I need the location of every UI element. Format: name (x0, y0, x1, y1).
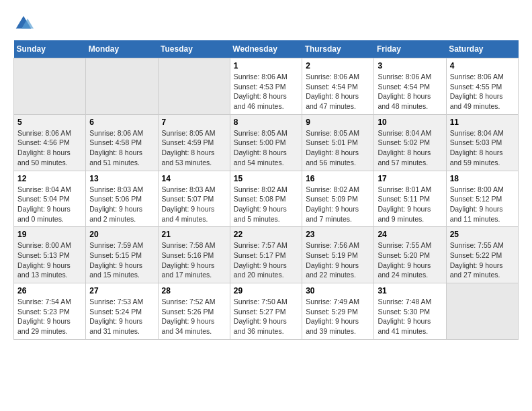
day-number: 1 (234, 61, 298, 71)
calendar-cell: 20Sunrise: 7:59 AM Sunset: 5:15 PM Dayli… (86, 227, 158, 283)
day-info: Sunrise: 8:03 AM Sunset: 5:07 PM Dayligh… (162, 185, 226, 224)
day-info: Sunrise: 7:55 AM Sunset: 5:20 PM Dayligh… (378, 240, 442, 280)
day-info: Sunrise: 7:52 AM Sunset: 5:26 PM Dayligh… (162, 297, 226, 336)
calendar-cell: 25Sunrise: 7:55 AM Sunset: 5:22 PM Dayli… (446, 227, 518, 283)
day-info: Sunrise: 8:06 AM Sunset: 4:55 PM Dayligh… (450, 72, 515, 111)
day-info: Sunrise: 7:55 AM Sunset: 5:22 PM Dayligh… (450, 240, 515, 280)
day-number: 21 (162, 230, 226, 239)
weekday-header: Sunday (14, 40, 86, 58)
day-number: 24 (378, 230, 442, 239)
calendar-cell: 29Sunrise: 7:50 AM Sunset: 5:27 PM Dayli… (230, 283, 302, 340)
calendar-cell: 18Sunrise: 8:00 AM Sunset: 5:12 PM Dayli… (446, 171, 518, 227)
logo (13, 13, 36, 34)
day-number: 31 (378, 286, 442, 295)
calendar-cell: 14Sunrise: 8:03 AM Sunset: 5:07 PM Dayli… (158, 171, 230, 227)
day-number: 22 (234, 230, 298, 239)
day-info: Sunrise: 8:04 AM Sunset: 5:04 PM Dayligh… (17, 185, 82, 224)
day-info: Sunrise: 8:00 AM Sunset: 5:12 PM Dayligh… (450, 185, 515, 224)
day-number: 8 (234, 118, 298, 127)
calendar-cell: 24Sunrise: 7:55 AM Sunset: 5:20 PM Dayli… (374, 227, 446, 283)
calendar-cell: 8Sunrise: 8:05 AM Sunset: 5:00 PM Daylig… (230, 114, 302, 171)
day-info: Sunrise: 8:02 AM Sunset: 5:08 PM Dayligh… (234, 185, 298, 224)
calendar-cell: 13Sunrise: 8:03 AM Sunset: 5:06 PM Dayli… (86, 171, 158, 227)
calendar-cell: 15Sunrise: 8:02 AM Sunset: 5:08 PM Dayli… (230, 171, 302, 227)
day-number: 28 (162, 286, 226, 295)
page-header (13, 13, 519, 34)
day-info: Sunrise: 8:05 AM Sunset: 5:00 PM Dayligh… (234, 128, 298, 168)
weekday-header: Saturday (446, 40, 518, 58)
calendar-cell: 11Sunrise: 8:04 AM Sunset: 5:03 PM Dayli… (446, 114, 518, 171)
day-info: Sunrise: 7:53 AM Sunset: 5:24 PM Dayligh… (89, 297, 154, 336)
day-number: 14 (162, 174, 226, 183)
calendar-cell: 30Sunrise: 7:49 AM Sunset: 5:29 PM Dayli… (302, 283, 374, 340)
weekday-header: Monday (86, 40, 158, 58)
day-info: Sunrise: 8:06 AM Sunset: 4:53 PM Dayligh… (234, 72, 298, 111)
day-info: Sunrise: 7:50 AM Sunset: 5:27 PM Dayligh… (234, 297, 298, 336)
calendar-cell (158, 58, 230, 115)
day-number: 9 (306, 118, 370, 127)
day-number: 12 (17, 174, 82, 183)
day-number: 15 (234, 174, 298, 183)
day-number: 7 (162, 118, 226, 127)
calendar-week-row: 19Sunrise: 8:00 AM Sunset: 5:13 PM Dayli… (14, 227, 519, 283)
day-number: 13 (89, 174, 154, 183)
day-number: 25 (450, 230, 515, 239)
calendar-cell: 7Sunrise: 8:05 AM Sunset: 4:59 PM Daylig… (158, 114, 230, 171)
calendar-table: SundayMondayTuesdayWednesdayThursdayFrid… (13, 40, 519, 340)
weekday-header: Friday (374, 40, 446, 58)
day-info: Sunrise: 8:05 AM Sunset: 4:59 PM Dayligh… (162, 128, 226, 168)
day-info: Sunrise: 8:06 AM Sunset: 4:58 PM Dayligh… (89, 128, 154, 168)
day-number: 10 (378, 118, 442, 127)
calendar-cell: 17Sunrise: 8:01 AM Sunset: 5:11 PM Dayli… (374, 171, 446, 227)
day-number: 29 (234, 286, 298, 295)
calendar-cell (14, 58, 86, 115)
day-number: 18 (450, 174, 515, 183)
calendar-cell: 23Sunrise: 7:56 AM Sunset: 5:19 PM Dayli… (302, 227, 374, 283)
day-number: 2 (306, 61, 370, 71)
calendar-week-row: 26Sunrise: 7:54 AM Sunset: 5:23 PM Dayli… (14, 283, 519, 340)
day-info: Sunrise: 7:59 AM Sunset: 5:15 PM Dayligh… (89, 240, 154, 280)
day-info: Sunrise: 7:57 AM Sunset: 5:17 PM Dayligh… (234, 240, 298, 280)
day-number: 26 (17, 286, 82, 295)
calendar-week-row: 5Sunrise: 8:06 AM Sunset: 4:56 PM Daylig… (14, 114, 519, 171)
day-info: Sunrise: 8:04 AM Sunset: 5:03 PM Dayligh… (450, 128, 515, 168)
day-number: 20 (89, 230, 154, 239)
day-number: 27 (89, 286, 154, 295)
calendar-week-row: 12Sunrise: 8:04 AM Sunset: 5:04 PM Dayli… (14, 171, 519, 227)
day-info: Sunrise: 8:04 AM Sunset: 5:02 PM Dayligh… (378, 128, 442, 168)
calendar-cell: 1Sunrise: 8:06 AM Sunset: 4:53 PM Daylig… (230, 58, 302, 115)
weekday-header: Wednesday (230, 40, 302, 58)
day-info: Sunrise: 7:56 AM Sunset: 5:19 PM Dayligh… (306, 240, 370, 280)
day-info: Sunrise: 8:00 AM Sunset: 5:13 PM Dayligh… (17, 240, 82, 280)
calendar-cell: 10Sunrise: 8:04 AM Sunset: 5:02 PM Dayli… (374, 114, 446, 171)
calendar-cell: 27Sunrise: 7:53 AM Sunset: 5:24 PM Dayli… (86, 283, 158, 340)
day-info: Sunrise: 7:48 AM Sunset: 5:30 PM Dayligh… (378, 297, 442, 336)
day-number: 23 (306, 230, 370, 239)
calendar-cell: 16Sunrise: 8:02 AM Sunset: 5:09 PM Dayli… (302, 171, 374, 227)
day-info: Sunrise: 8:05 AM Sunset: 5:01 PM Dayligh… (306, 128, 370, 168)
weekday-header: Tuesday (158, 40, 230, 58)
day-number: 30 (306, 286, 370, 295)
calendar-cell: 3Sunrise: 8:06 AM Sunset: 4:54 PM Daylig… (374, 58, 446, 115)
calendar-cell: 21Sunrise: 7:58 AM Sunset: 5:16 PM Dayli… (158, 227, 230, 283)
logo-icon (13, 13, 34, 34)
day-number: 6 (89, 118, 154, 127)
day-info: Sunrise: 8:06 AM Sunset: 4:56 PM Dayligh… (17, 128, 82, 168)
calendar-cell: 9Sunrise: 8:05 AM Sunset: 5:01 PM Daylig… (302, 114, 374, 171)
day-number: 4 (450, 61, 515, 71)
calendar-cell: 28Sunrise: 7:52 AM Sunset: 5:26 PM Dayli… (158, 283, 230, 340)
weekday-header: Thursday (302, 40, 374, 58)
calendar-cell: 19Sunrise: 8:00 AM Sunset: 5:13 PM Dayli… (14, 227, 86, 283)
day-info: Sunrise: 8:06 AM Sunset: 4:54 PM Dayligh… (378, 72, 442, 111)
calendar-cell: 2Sunrise: 8:06 AM Sunset: 4:54 PM Daylig… (302, 58, 374, 115)
day-number: 17 (378, 174, 442, 183)
calendar-cell: 31Sunrise: 7:48 AM Sunset: 5:30 PM Dayli… (374, 283, 446, 340)
day-number: 3 (378, 61, 442, 71)
day-info: Sunrise: 8:01 AM Sunset: 5:11 PM Dayligh… (378, 185, 442, 224)
calendar-cell (446, 283, 518, 340)
day-info: Sunrise: 8:02 AM Sunset: 5:09 PM Dayligh… (306, 185, 370, 224)
calendar-cell: 4Sunrise: 8:06 AM Sunset: 4:55 PM Daylig… (446, 58, 518, 115)
calendar-cell: 26Sunrise: 7:54 AM Sunset: 5:23 PM Dayli… (14, 283, 86, 340)
calendar-cell: 22Sunrise: 7:57 AM Sunset: 5:17 PM Dayli… (230, 227, 302, 283)
calendar-week-row: 1Sunrise: 8:06 AM Sunset: 4:53 PM Daylig… (14, 58, 519, 115)
